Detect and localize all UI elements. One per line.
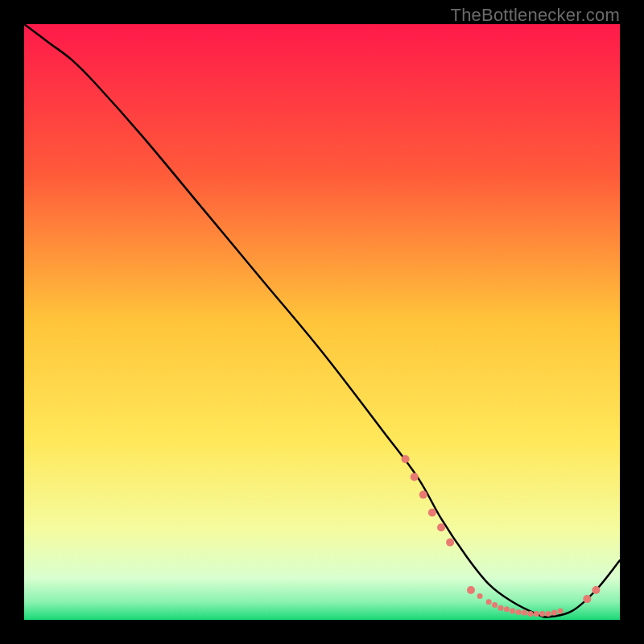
data-point xyxy=(419,491,427,499)
data-point xyxy=(510,608,515,613)
data-point xyxy=(528,611,534,617)
data-point xyxy=(546,611,551,617)
data-point xyxy=(437,523,445,531)
data-point xyxy=(558,608,564,613)
data-point xyxy=(592,586,600,594)
chart-svg xyxy=(24,24,620,620)
data-point xyxy=(522,610,527,616)
gradient-background xyxy=(24,24,620,620)
data-point xyxy=(402,455,410,463)
data-point xyxy=(492,602,497,608)
data-point xyxy=(516,609,522,615)
data-point xyxy=(477,593,483,599)
data-point xyxy=(551,610,557,616)
data-point xyxy=(498,605,504,611)
data-point xyxy=(534,611,539,617)
data-point xyxy=(539,611,545,617)
data-point xyxy=(504,606,510,612)
chart-stage: TheBottlenecker.com xyxy=(0,0,644,644)
attribution-text: TheBottlenecker.com xyxy=(451,5,620,26)
plot-area xyxy=(24,24,620,620)
data-point xyxy=(467,586,475,594)
data-point xyxy=(411,473,419,481)
data-point xyxy=(446,539,454,547)
data-point xyxy=(428,509,436,517)
data-point xyxy=(486,599,492,605)
data-point xyxy=(583,595,591,603)
